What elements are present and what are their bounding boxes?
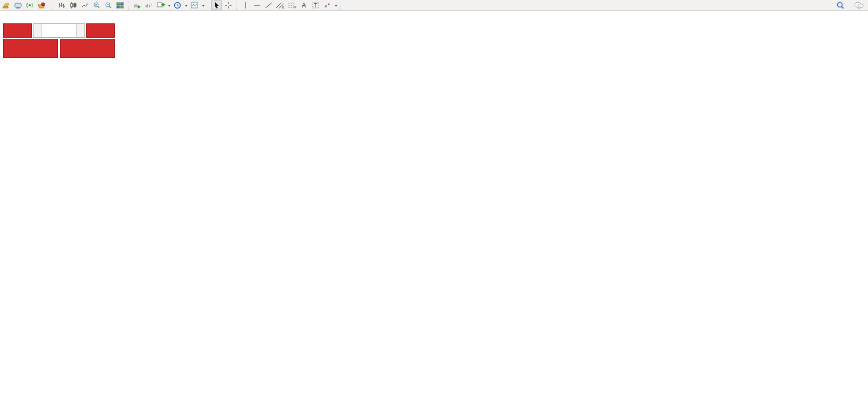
chart-window[interactable]: [0, 0, 868, 408]
buy-button[interactable]: [86, 23, 115, 38]
sell-button[interactable]: [3, 23, 32, 38]
volume-down-button[interactable]: [33, 23, 41, 38]
buy-price-display[interactable]: [60, 39, 115, 58]
mt4-application-window: { "toolbar": { "left_partial_label": "单"…: [0, 0, 868, 408]
chart-title: [4, 14, 10, 20]
volume-stepper: [33, 23, 85, 38]
sell-price-display[interactable]: [3, 39, 58, 58]
volume-up-button[interactable]: [76, 23, 85, 38]
one-click-trading-panel: [3, 23, 115, 58]
chart-canvas[interactable]: [0, 0, 868, 408]
volume-input[interactable]: [41, 23, 76, 38]
